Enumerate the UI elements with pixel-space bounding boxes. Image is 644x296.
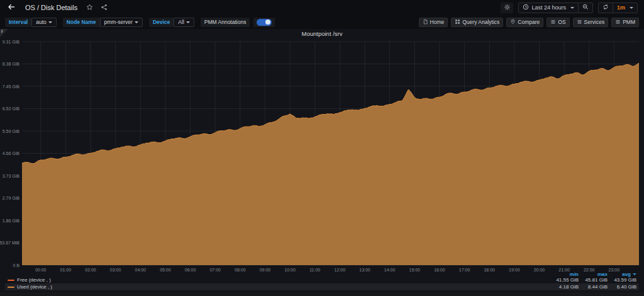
gear-icon: [504, 3, 511, 13]
legend-sort-avg[interactable]: avg: [608, 271, 636, 277]
refresh-interval-label: 1m: [617, 4, 625, 11]
dashboard-link-label: Services: [584, 19, 605, 25]
y-axis-tick-label: 1.86 GiB: [3, 219, 20, 223]
dashboard-link-query-analytics[interactable]: Query Analytics: [451, 18, 503, 27]
filter-value-device[interactable]: All: [174, 18, 194, 27]
topbar-right: Last 24 hours 1m: [501, 3, 638, 13]
series-color-marker: [8, 280, 14, 281]
filter-value-node-name[interactable]: pmm-server: [100, 18, 143, 27]
chevron-down-icon: [135, 21, 138, 23]
filter-label-interval: Interval: [5, 18, 31, 27]
y-axis-tick-label: 7.45 GiB: [3, 84, 20, 89]
legend-sort-max[interactable]: max: [579, 271, 608, 277]
dashboard-link-compare[interactable]: Compare: [506, 18, 543, 27]
favorite-button[interactable]: [85, 2, 94, 14]
page-title: OS / Disk Details: [25, 4, 77, 11]
bars-icon: [615, 19, 621, 26]
dashboard-settings-button[interactable]: [501, 3, 513, 13]
legend-series-toggle[interactable]: Used (device , ): [8, 284, 550, 290]
y-axis-tick-label: 3.73 GiB: [3, 174, 20, 178]
y-axis-tick-label: 9.31 GiB: [3, 40, 20, 44]
y-axis-tick-label: 4.66 GiB: [3, 151, 20, 156]
dashboard-link-label: PMM: [623, 19, 635, 25]
panel-mountpoint-srv: i Mountpoint /srv 0 B953.67 MiB1.86 GiB2…: [0, 29, 644, 292]
grafana-disk-details-dashboard: OS / Disk Details: [0, 0, 644, 296]
time-controls-group: Last 24 hours: [518, 3, 593, 13]
time-range-label: Last 24 hours: [531, 4, 566, 11]
star-icon: [86, 3, 93, 13]
y-axis-tick-label: 2.79 GiB: [3, 196, 20, 200]
grid-icon: [455, 19, 460, 26]
document-icon: [423, 19, 428, 26]
series-label: Used (device , ): [17, 284, 52, 290]
stat-max-value: 45.81 GiB: [579, 277, 608, 283]
pmm-annotations-switch-container: [253, 18, 275, 27]
dashboard-link-home[interactable]: Home: [419, 18, 448, 27]
refresh-interval-picker[interactable]: 1m: [613, 3, 638, 13]
legend-series-toggle[interactable]: Free (device , ): [8, 277, 550, 283]
y-axis-tick-label: 5.59 GiB: [3, 129, 20, 134]
legend-sort-min[interactable]: min: [550, 271, 579, 277]
used-space-area: [22, 63, 639, 265]
stat-avg-value: 6.40 GiB: [608, 284, 636, 290]
chevron-down-icon: [48, 21, 52, 23]
toggle-knob: [265, 20, 270, 25]
panel-title[interactable]: Mountpoint /srv: [0, 30, 644, 37]
dashboard-link-label: Compare: [518, 19, 540, 25]
y-axis-tick-label: 0 B: [13, 263, 19, 268]
stat-max-value: 8.44 GiB: [579, 284, 608, 290]
dashboard-link-label: Query Analytics: [462, 19, 499, 25]
arrow-left-icon: [8, 3, 15, 13]
bars-icon: [577, 19, 582, 26]
template-variable-filters: IntervalautoNode Namepmm-serverDeviceAll…: [5, 18, 275, 27]
filter-label-device: Device: [149, 18, 174, 27]
zoom-out-time-button[interactable]: [579, 3, 593, 13]
dashboard-link-services[interactable]: Services: [573, 18, 609, 27]
refresh-controls-group: 1m: [598, 3, 638, 13]
dashboard-toolbar: IntervalautoNode Namepmm-serverDeviceAll…: [0, 15, 644, 29]
y-axis-tick-label: 953.67 MiB: [0, 241, 19, 245]
share-button[interactable]: [99, 2, 109, 14]
chart-legend: minmaxavgFree (device , )41.55 GiB45.81 …: [5, 271, 639, 290]
legend-row-used: Used (device , )4.18 GiB8.44 GiB6.40 GiB: [5, 283, 639, 290]
dashboard-links: HomeQuery AnalyticsCompareOSServicesPMM: [419, 18, 639, 27]
topbar-left: OS / Disk Details: [6, 2, 109, 14]
dashboard-link-label: Home: [430, 19, 445, 25]
dashboard-row-divider: [0, 292, 644, 296]
dashboard-link-pmm[interactable]: PMM: [611, 18, 639, 27]
chevron-down-icon: [570, 7, 574, 9]
series-color-marker: [8, 287, 14, 288]
sort-caret-icon: [633, 273, 636, 275]
stat-min-value: 4.18 GiB: [550, 284, 579, 290]
chevron-down-icon: [186, 21, 190, 23]
filter-value-interval[interactable]: auto: [31, 18, 57, 27]
series-label: Free (device , ): [17, 277, 51, 283]
stat-avg-value: 43.59 GiB: [608, 277, 636, 283]
chevron-down-icon: [630, 7, 633, 9]
top-navigation-bar: OS / Disk Details: [0, 0, 644, 15]
stat-min-value: 41.55 GiB: [550, 277, 579, 283]
disk-usage-area-chart[interactable]: 0 B953.67 MiB1.86 GiB2.79 GiB3.73 GiB4.6…: [0, 38, 644, 273]
refresh-button[interactable]: [598, 3, 613, 13]
refresh-icon: [602, 4, 609, 11]
share-icon: [101, 3, 108, 13]
legend-stats-header-row: minmaxavg: [5, 271, 639, 276]
search-minus-icon: [582, 4, 589, 11]
clock-icon: [523, 4, 529, 11]
back-button[interactable]: [6, 2, 16, 14]
dashboard-link-os[interactable]: OS: [547, 18, 569, 27]
bars-icon: [550, 19, 556, 26]
pmm-annotations-toggle[interactable]: [257, 19, 272, 26]
time-range-picker[interactable]: Last 24 hours: [518, 3, 579, 13]
y-axis-tick-label: 8.38 GiB: [3, 62, 20, 66]
filter-label-node-name: Node Name: [63, 18, 100, 27]
dashboard-link-label: OS: [558, 19, 565, 25]
pmm-annotations-label: PMM Annotations: [201, 18, 250, 27]
marker-icon: [510, 19, 516, 26]
legend-row-free: Free (device , )41.55 GiB45.81 GiB43.59 …: [5, 276, 639, 283]
y-axis-tick-label: 6.52 GiB: [3, 106, 20, 111]
